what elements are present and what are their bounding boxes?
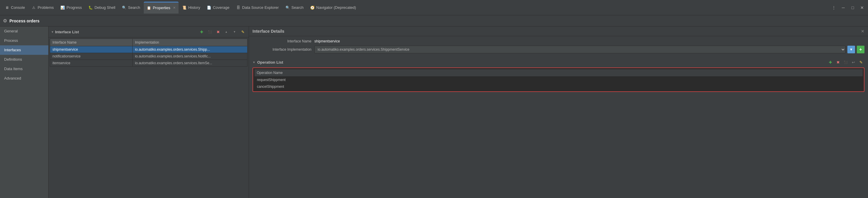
tab-console[interactable]: 🖥 Console	[2, 2, 28, 13]
problems-icon: ⚠	[32, 5, 36, 10]
interface-impl-cell: io.automatiko.examples.orders.services.N…	[132, 53, 248, 60]
table-row[interactable]: shipmentservice io.automatiko.examples.o…	[50, 46, 248, 53]
operation-remove-button[interactable]: ✖	[834, 59, 841, 66]
navigator-icon: 🧭	[310, 5, 315, 10]
operation-edit-button[interactable]: ✎	[858, 59, 865, 66]
overflow-button[interactable]: ⋮	[830, 3, 838, 12]
table-row[interactable]: cancelShippment	[254, 84, 863, 90]
interface-impl-select[interactable]: io.automatiko.examples.orders.services.S…	[314, 46, 846, 53]
interface-name-row: Interface Name shipmentservice	[252, 39, 865, 43]
sidebar-advanced-label: Advanced	[4, 76, 21, 80]
datasource-icon: 🗄	[236, 5, 241, 10]
interface-up-button[interactable]: ▲	[223, 28, 230, 35]
add-impl-icon: +	[859, 47, 862, 52]
close-button[interactable]: ✕	[858, 3, 866, 12]
sidebar-item-definitions[interactable]: Definitions	[0, 55, 48, 64]
interface-list-title: Interface List	[55, 30, 79, 34]
tab-properties[interactable]: 📋 Properties ✕	[144, 2, 179, 13]
interface-details-panel: Interface Details ✕ Interface Name shipm…	[249, 27, 868, 198]
sidebar-process-label: Process	[4, 38, 18, 43]
op-remove-icon: ✖	[836, 60, 840, 65]
progress-icon: 📊	[60, 5, 65, 10]
content-area: ▼ Interface List ✚ ⬛ ✖ ▲ ▼ ✎	[49, 27, 868, 198]
tab-search2[interactable]: 🔍 Search	[282, 2, 306, 13]
sidebar-item-process[interactable]: Process	[0, 36, 48, 45]
interface-details-form: Interface Name shipmentservice Interface…	[249, 36, 868, 56]
operation-add-button[interactable]: ✚	[827, 59, 834, 66]
table-row[interactable]: requestShippment	[254, 77, 863, 84]
up-icon: ▲	[225, 30, 228, 33]
interface-down-button[interactable]: ▼	[231, 28, 238, 35]
op-btn4-icon: ↩	[852, 60, 855, 65]
maximize-button[interactable]: □	[848, 3, 857, 12]
interface-impl-row: Interface Implementation io.automatiko.e…	[252, 46, 865, 53]
sidebar-general-label: General	[4, 29, 18, 33]
console-icon: 🖥	[5, 5, 9, 10]
search2-icon: 🔍	[285, 5, 290, 10]
interface-impl-add-button[interactable]: +	[857, 46, 865, 53]
window-controls: ⋮ ─ □ ✕	[830, 3, 866, 12]
coverage-icon: 📄	[207, 5, 211, 10]
tab-problems[interactable]: ⚠ Problems	[29, 2, 57, 13]
interface-group-button[interactable]: ⬛	[206, 28, 213, 35]
tab-debug-shell[interactable]: 🐛 Debug Shell	[86, 2, 119, 13]
tab-search1-label: Search	[128, 5, 140, 10]
operation-toolbar: ✚ ✖ ⬛ ↩ ✎	[827, 59, 865, 66]
interface-details-title: Interface Details	[252, 29, 284, 34]
sidebar-item-data-items[interactable]: Data Items	[0, 64, 48, 74]
operation-name-cell: cancelShippment	[254, 84, 863, 90]
interface-impl-cell: io.automatiko.examples.orders.services.S…	[132, 46, 248, 53]
operation-list-title: Operation List	[257, 60, 283, 65]
tab-debug-label: Debug Shell	[95, 5, 116, 10]
col-interface-name: Interface Name	[50, 39, 132, 46]
details-close-button[interactable]: ✕	[861, 29, 865, 34]
op-add-icon: ✚	[829, 60, 832, 65]
operation-btn3[interactable]: ⬛	[842, 59, 849, 66]
process-icon: ⚙	[3, 18, 7, 24]
remove-icon: ✖	[217, 30, 220, 34]
main-layout: General Process Interfaces Definitions D…	[0, 27, 868, 198]
interface-edit-button[interactable]: ✎	[239, 28, 246, 35]
sidebar-interfaces-label: Interfaces	[4, 48, 21, 52]
browse-icon: ▼	[849, 47, 853, 52]
tab-coverage[interactable]: 📄 Coverage	[204, 2, 232, 13]
collapse-icon[interactable]: ▼	[51, 30, 54, 34]
sidebar-item-interfaces[interactable]: Interfaces	[0, 45, 48, 55]
debug-icon: 🐛	[88, 5, 93, 10]
interface-name-cell: itemservice	[50, 60, 132, 67]
tab-navigator-label: Navigator (Deprecated)	[316, 5, 356, 10]
page-title: Process orders	[9, 19, 39, 23]
operation-name-cell: requestShippment	[254, 77, 863, 84]
op-edit-icon: ✎	[860, 60, 863, 65]
table-row[interactable]: notificationservice io.automatiko.exampl…	[50, 53, 248, 60]
tab-datasource-label: Data Source Explorer	[242, 5, 279, 10]
sidebar-item-general[interactable]: General	[0, 27, 48, 36]
operation-btn4[interactable]: ↩	[850, 59, 857, 66]
tab-history-label: History	[188, 5, 200, 10]
down-icon: ▼	[234, 30, 236, 33]
interface-impl-browse-button[interactable]: ▼	[847, 46, 855, 53]
tab-datasource[interactable]: 🗄 Data Source Explorer	[233, 2, 282, 13]
group-icon: ⬛	[208, 30, 212, 34]
sidebar-item-advanced[interactable]: Advanced	[0, 74, 48, 83]
tab-navigator[interactable]: 🧭 Navigator (Deprecated)	[307, 2, 359, 13]
tab-properties-close[interactable]: ✕	[173, 6, 176, 10]
tab-console-label: Console	[11, 5, 25, 10]
operation-list-header: ▼ Operation List ✚ ✖ ⬛ ↩	[252, 59, 865, 66]
operation-table: Operation Name requestShippment	[254, 69, 863, 90]
interface-remove-button[interactable]: ✖	[215, 28, 222, 35]
interface-add-button[interactable]: ✚	[198, 28, 205, 35]
tab-progress[interactable]: 📊 Progress	[58, 2, 85, 13]
interface-name-value: shipmentservice	[314, 39, 340, 43]
operation-collapse-icon[interactable]: ▼	[252, 61, 255, 64]
tab-bar: 🖥 Console ⚠ Problems 📊 Progress 🐛 Debug …	[0, 0, 868, 15]
tab-search1[interactable]: 🔍 Search	[119, 2, 143, 13]
minimize-button[interactable]: ─	[839, 3, 847, 12]
interface-details-header: Interface Details ✕	[249, 27, 868, 36]
operation-name-col: Operation Name	[254, 69, 863, 77]
tab-problems-label: Problems	[38, 5, 54, 10]
tab-history[interactable]: 📜 History	[179, 2, 203, 13]
interface-impl-input-row: io.automatiko.examples.orders.services.S…	[314, 46, 865, 53]
table-row[interactable]: itemservice io.automatiko.examples.order…	[50, 60, 248, 67]
col-implementation: Implementation	[132, 39, 248, 46]
